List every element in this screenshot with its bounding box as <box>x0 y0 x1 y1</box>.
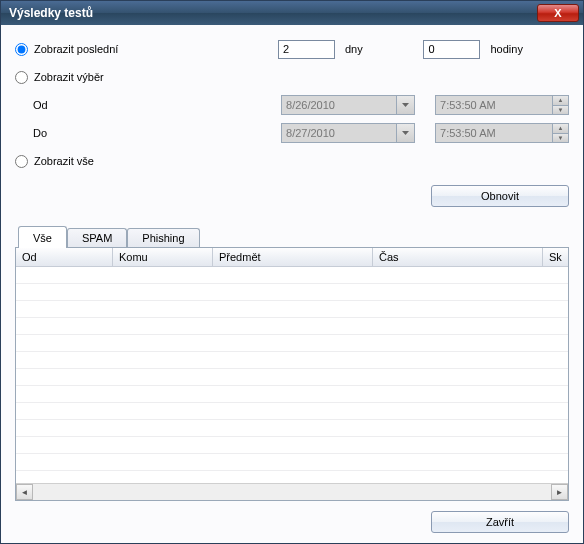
table-row <box>16 335 568 352</box>
scroll-track[interactable] <box>33 484 551 500</box>
tab-phishing-label: Phishing <box>142 232 184 244</box>
from-date-value: 8/26/2010 <box>286 99 335 111</box>
table-row <box>16 352 568 369</box>
table-row <box>16 284 568 301</box>
to-time-value: 7:53:50 AM <box>440 127 496 139</box>
chevron-down-icon[interactable] <box>396 96 414 114</box>
table-row <box>16 454 568 471</box>
from-time-value: 7:53:50 AM <box>440 99 496 111</box>
table-row <box>16 301 568 318</box>
radio-show-all-input[interactable] <box>15 155 28 168</box>
from-label: Od <box>33 99 134 111</box>
to-date-value: 8/27/2010 <box>286 127 335 139</box>
row-range-from: Od 8/26/2010 7:53:50 AM ▲ ▼ <box>15 93 569 117</box>
spin-up-icon[interactable]: ▲ <box>553 124 568 134</box>
results-table: Od Komu Předmět Čas Sk ◄ <box>15 247 569 501</box>
scroll-left-icon[interactable]: ◄ <box>16 484 33 500</box>
from-time-spinner[interactable]: ▲ ▼ <box>552 96 568 114</box>
tab-spam[interactable]: SPAM <box>67 228 127 247</box>
footer: Zavřít <box>15 511 569 533</box>
to-time-spinner[interactable]: ▲ ▼ <box>552 124 568 142</box>
spin-down-icon[interactable]: ▼ <box>553 106 568 115</box>
radio-show-range[interactable]: Zobrazit výběr <box>15 71 135 84</box>
horizontal-scrollbar[interactable]: ◄ ► <box>16 483 568 500</box>
col-time[interactable]: Čas <box>373 248 543 266</box>
refresh-button-label: Obnovit <box>481 190 519 202</box>
spin-up-icon[interactable]: ▲ <box>553 96 568 106</box>
row-show-last: Zobrazit poslední dny hodiny <box>15 37 569 61</box>
close-icon: X <box>554 7 561 19</box>
chevron-down-icon[interactable] <box>396 124 414 142</box>
radio-show-last[interactable]: Zobrazit poslední <box>15 43 133 56</box>
titlebar: Výsledky testů X <box>1 1 583 25</box>
col-from[interactable]: Od <box>16 248 113 266</box>
to-time-picker[interactable]: 7:53:50 AM ▲ ▼ <box>435 123 569 143</box>
close-button[interactable]: Zavřít <box>431 511 569 533</box>
col-to[interactable]: Komu <box>113 248 213 266</box>
table-row <box>16 420 568 437</box>
radio-show-range-label: Zobrazit výběr <box>34 71 104 83</box>
tab-phishing[interactable]: Phishing <box>127 228 199 247</box>
radio-show-all-label: Zobrazit vše <box>34 155 94 167</box>
col-subject[interactable]: Předmět <box>213 248 373 266</box>
to-date-picker[interactable]: 8/27/2010 <box>281 123 415 143</box>
from-date-picker[interactable]: 8/26/2010 <box>281 95 415 115</box>
tab-all[interactable]: Vše <box>18 226 67 248</box>
svg-marker-1 <box>402 131 409 135</box>
svg-marker-0 <box>402 103 409 107</box>
to-label: Do <box>33 127 134 139</box>
content-area: Zobrazit poslední dny hodiny Zobrazit vý… <box>1 25 583 543</box>
spin-down-icon[interactable]: ▼ <box>553 134 568 143</box>
tab-spam-label: SPAM <box>82 232 112 244</box>
hours-unit-label: hodiny <box>490 43 569 55</box>
radio-show-all[interactable]: Zobrazit vše <box>15 155 135 168</box>
hours-input[interactable] <box>423 40 480 59</box>
row-range-to: Do 8/27/2010 7:53:50 AM ▲ ▼ <box>15 121 569 145</box>
table-row <box>16 267 568 284</box>
table-row <box>16 403 568 420</box>
tab-all-label: Vše <box>33 232 52 244</box>
days-input[interactable] <box>278 40 335 59</box>
radio-show-range-input[interactable] <box>15 71 28 84</box>
table-header: Od Komu Předmět Čas Sk <box>16 248 568 267</box>
table-row <box>16 369 568 386</box>
radio-show-last-label: Zobrazit poslední <box>34 43 118 55</box>
radio-show-last-input[interactable] <box>15 43 28 56</box>
row-show-range: Zobrazit výběr <box>15 65 569 89</box>
table-row <box>16 318 568 335</box>
row-show-all: Zobrazit vše <box>15 149 569 173</box>
close-button-label: Zavřít <box>486 516 514 528</box>
refresh-row: Obnovit <box>15 185 569 207</box>
table-row <box>16 386 568 403</box>
close-window-button[interactable]: X <box>537 4 579 22</box>
table-row <box>16 437 568 454</box>
window-title: Výsledky testů <box>9 6 93 20</box>
scroll-right-icon[interactable]: ► <box>551 484 568 500</box>
days-unit-label: dny <box>345 43 424 55</box>
col-sk[interactable]: Sk <box>543 248 568 266</box>
table-body <box>16 267 568 483</box>
tabs: Vše SPAM Phishing <box>15 225 569 247</box>
refresh-button[interactable]: Obnovit <box>431 185 569 207</box>
dialog-window: Výsledky testů X Zobrazit poslední dny h… <box>0 0 584 544</box>
from-time-picker[interactable]: 7:53:50 AM ▲ ▼ <box>435 95 569 115</box>
